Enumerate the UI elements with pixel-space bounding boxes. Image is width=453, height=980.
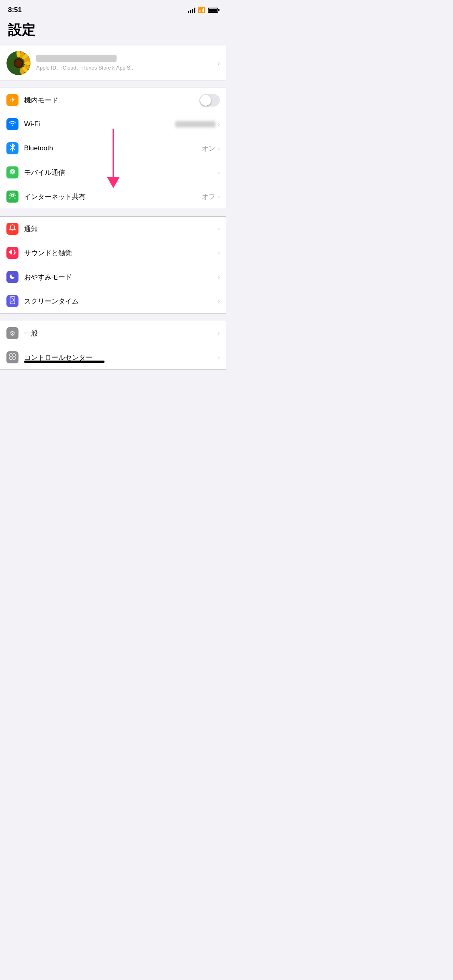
cellular-chevron: ›	[218, 169, 220, 176]
sounds-label: サウンドと触覚	[24, 248, 218, 258]
airplane-symbol: ✈	[10, 97, 15, 103]
status-time: 8:51	[8, 6, 22, 14]
screentime-icon	[6, 295, 18, 307]
profile-section: Apple ID、iCloud、iTunes StoreとApp S... ›	[0, 46, 226, 80]
airplane-mode-label: 機内モード	[24, 96, 199, 105]
signal-bars-icon	[188, 7, 195, 13]
general-label: 一般	[24, 329, 218, 338]
hotspot-symbol	[9, 193, 16, 201]
sounds-row[interactable]: サウンドと触覚 ›	[0, 241, 226, 265]
page-title: 設定	[8, 21, 218, 39]
hotspot-icon	[6, 191, 18, 203]
connectivity-section: ✈ 機内モード Wi-Fi ›	[0, 88, 226, 209]
notifications-row[interactable]: 通知 ›	[0, 217, 226, 241]
bluetooth-symbol	[10, 144, 15, 154]
donotdisturb-row[interactable]: おやすみモード ›	[0, 265, 226, 289]
sounds-chevron: ›	[218, 250, 220, 256]
hotspot-row[interactable]: インターネット共有 オフ ›	[0, 185, 226, 209]
donotdisturb-chevron: ›	[218, 274, 220, 280]
toggle-knob	[200, 95, 211, 106]
controlcenter-label: コントロールセンター	[24, 353, 218, 362]
controlcenter-row[interactable]: コントロールセンター ›	[0, 345, 226, 369]
profile-info: Apple ID、iCloud、iTunes StoreとApp S...	[36, 55, 218, 72]
hotspot-value: オフ	[202, 192, 215, 201]
bluetooth-row[interactable]: Bluetooth オン ›	[0, 136, 226, 160]
wifi-symbol	[9, 120, 16, 128]
svg-rect-18	[13, 357, 15, 359]
status-icons: 📶	[188, 6, 218, 14]
general-row[interactable]: ⚙ 一般 ›	[0, 321, 226, 345]
profile-chevron: ›	[218, 60, 220, 66]
screentime-label: スクリーンタイム	[24, 297, 218, 306]
wifi-row[interactable]: Wi-Fi ›	[0, 112, 226, 136]
profile-subtitle: Apple ID、iCloud、iTunes StoreとApp S...	[36, 64, 218, 72]
notifications-chevron: ›	[218, 226, 220, 232]
svg-point-13	[12, 195, 14, 197]
screentime-row[interactable]: スクリーンタイム ›	[0, 289, 226, 313]
general-chevron: ›	[218, 330, 220, 336]
cellular-symbol	[9, 168, 16, 176]
svg-point-12	[11, 170, 14, 173]
notifications-label: 通知	[24, 224, 218, 234]
bell-symbol	[9, 224, 16, 233]
wifi-value-blurred	[175, 121, 215, 127]
general-section: ⚙ 一般 › コントロールセンター ›	[0, 321, 226, 370]
cellular-label: モバイル通信	[24, 168, 218, 177]
sound-symbol	[9, 249, 16, 257]
gear-symbol: ⚙	[10, 330, 15, 337]
wifi-status-icon: 📶	[198, 6, 205, 14]
hourglass-symbol	[10, 296, 15, 306]
general-icon: ⚙	[6, 327, 18, 339]
svg-rect-16	[13, 354, 15, 356]
airplane-mode-icon: ✈	[6, 94, 18, 106]
gap-2	[0, 209, 226, 216]
donotdisturb-icon	[6, 271, 18, 283]
bluetooth-label: Bluetooth	[24, 144, 202, 152]
svg-rect-15	[10, 354, 12, 356]
notifications-section: 通知 › サウンドと触覚 › おやすみモード ›	[0, 216, 226, 314]
airplane-mode-row[interactable]: ✈ 機内モード	[0, 88, 226, 112]
controlcenter-symbol	[9, 353, 16, 361]
avatar	[6, 51, 31, 75]
profile-row[interactable]: Apple ID、iCloud、iTunes StoreとApp S... ›	[0, 46, 226, 80]
bluetooth-value: オン	[202, 144, 215, 153]
page-title-area: 設定	[0, 18, 226, 46]
battery-icon	[208, 8, 218, 13]
cellular-icon	[6, 166, 18, 178]
svg-rect-17	[10, 357, 12, 359]
profile-name-blurred	[36, 55, 117, 62]
gap-1	[0, 80, 226, 88]
controlcenter-icon	[6, 351, 18, 363]
notifications-icon	[6, 223, 18, 235]
sounds-icon	[6, 247, 18, 259]
donotdisturb-label: おやすみモード	[24, 273, 218, 282]
controlcenter-chevron: ›	[218, 354, 220, 361]
svg-point-10	[15, 59, 22, 67]
hotspot-label: インターネット共有	[24, 192, 202, 201]
wifi-label: Wi-Fi	[24, 120, 175, 128]
wifi-chevron: ›	[218, 121, 220, 127]
bluetooth-icon	[6, 142, 18, 154]
screentime-chevron: ›	[218, 298, 220, 304]
wifi-icon	[6, 118, 18, 130]
airplane-mode-toggle[interactable]	[199, 94, 220, 107]
gap-3	[0, 314, 226, 321]
moon-symbol	[9, 273, 16, 281]
hotspot-chevron: ›	[218, 193, 220, 200]
cellular-row[interactable]: モバイル通信 ›	[0, 160, 226, 185]
status-bar: 8:51 📶	[0, 0, 226, 18]
bluetooth-chevron: ›	[218, 145, 220, 152]
